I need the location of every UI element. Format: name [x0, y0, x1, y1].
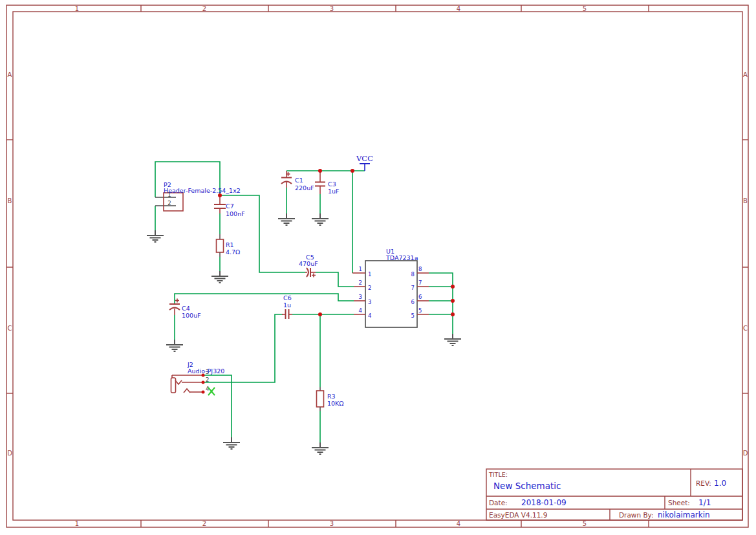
ground-symbol[interactable]: [312, 213, 329, 225]
ruler-row-label: A: [743, 71, 748, 78]
ruler-col-label: 2: [202, 5, 206, 12]
j2-value-label[interactable]: Audio-PJ320: [188, 367, 224, 375]
j2-pin-number: 2: [206, 377, 209, 383]
rev-value[interactable]: 1.0: [714, 479, 726, 488]
ruler-row-label: B: [743, 197, 748, 204]
ruler-row-label: C: [8, 325, 12, 332]
title-value[interactable]: New Schematic: [493, 481, 561, 491]
c4-value-label[interactable]: 100uF: [182, 312, 201, 319]
title-block: TITLE: New Schematic REV: 1.0 Date: 2018…: [486, 469, 742, 520]
c1-ref-label[interactable]: C1: [295, 177, 303, 184]
r3-body[interactable]: [317, 391, 324, 407]
schematic-sheet[interactable]: 1 2 3 4 5 1 2 3 4 5 A B C D A B C D: [0, 0, 756, 535]
u1-pin-number: 7: [418, 279, 422, 286]
component-U1[interactable]: 1 2 3 4 1 2 3 4 8 7 6 5 8 7 6 5 U1 TDA72…: [352, 248, 429, 327]
ruler-row-label: D: [743, 450, 748, 457]
ruler-col-label: 4: [457, 5, 460, 12]
c6-value-label[interactable]: 1u: [283, 301, 291, 309]
component-R1[interactable]: R1 4.7Ω: [217, 234, 241, 257]
c1-value-label[interactable]: 220uF: [295, 184, 314, 191]
ruler-col-label: 5: [583, 520, 587, 527]
no-connect-flag[interactable]: [208, 388, 215, 395]
ruler-col-label: 1: [75, 5, 79, 12]
r1-body[interactable]: [217, 239, 224, 252]
component-R3[interactable]: R3 10KΩ: [317, 387, 344, 411]
ruler-col-label: 5: [583, 5, 587, 12]
j2-pin-dot[interactable]: [202, 381, 205, 384]
date-label: Date:: [489, 499, 508, 507]
u1-pin-name: 6: [411, 299, 415, 305]
c3-value-label[interactable]: 1uF: [328, 188, 340, 195]
c4-ref-label[interactable]: C4: [182, 305, 190, 312]
wire[interactable]: [204, 375, 232, 437]
ground-symbol[interactable]: [147, 230, 164, 242]
u1-pin-number: 8: [418, 266, 422, 272]
u1-pin-number: 2: [359, 279, 362, 286]
ground-symbol[interactable]: [312, 442, 329, 454]
ruler-ticks-bottom: [141, 520, 649, 527]
u1-body[interactable]: [365, 261, 417, 327]
u1-pin-number: 6: [418, 294, 422, 300]
vcc-label[interactable]: VCC: [356, 154, 373, 163]
u1-pin-name: 8: [411, 271, 415, 278]
u1-pin-name: 7: [411, 285, 415, 291]
drawn-by-value[interactable]: nikolaimarkin: [658, 510, 710, 519]
wire[interactable]: [429, 273, 453, 334]
c5-value-label[interactable]: 470uF: [299, 260, 318, 267]
ruler-col-label: 3: [330, 5, 334, 12]
wire[interactable]: [316, 272, 354, 287]
ground-symbol[interactable]: [278, 213, 295, 225]
junction-dot[interactable]: [451, 285, 455, 289]
ground-symbol[interactable]: [211, 271, 228, 283]
ruler-ticks-top: [141, 5, 649, 12]
r1-ref-label[interactable]: R1: [226, 241, 234, 248]
junction-dot[interactable]: [318, 312, 322, 316]
c3-ref-label[interactable]: C3: [328, 180, 336, 188]
u1-pin-number: 1: [359, 266, 362, 272]
ground-symbol[interactable]: [223, 437, 240, 449]
junction-dot[interactable]: [218, 193, 222, 197]
p2-body[interactable]: [164, 193, 183, 211]
component-C3[interactable]: C3 1uF: [315, 171, 340, 195]
schematic-editor-canvas[interactable]: 1 2 3 4 5 1 2 3 4 5 A B C D A B C D: [0, 0, 756, 535]
ruler-col-label: 1: [75, 520, 79, 527]
component-C6[interactable]: C6 1u: [282, 294, 292, 319]
r3-ref-label[interactable]: R3: [327, 393, 336, 400]
r3-value-label[interactable]: 10KΩ: [327, 400, 344, 407]
u1-pin-name: 1: [368, 271, 371, 278]
component-C5[interactable]: C5 470uF: [299, 254, 318, 278]
u1-pin-name: 3: [368, 299, 371, 305]
date-value[interactable]: 2018-01-09: [521, 498, 567, 507]
junction-dot[interactable]: [318, 169, 322, 173]
ruler-col-label: 2: [202, 520, 206, 527]
junction-dot[interactable]: [351, 169, 354, 173]
title-label: TITLE:: [488, 471, 508, 478]
j2-barrel[interactable]: [171, 378, 176, 393]
net-label-vcc[interactable]: VCC: [356, 154, 373, 171]
component-C7[interactable]: C7 100nF: [214, 196, 245, 217]
j2-pin-dot[interactable]: [202, 391, 205, 394]
ground-symbol[interactable]: [444, 334, 461, 345]
ruler-ticks-right: [742, 140, 748, 393]
sheet-value[interactable]: 1/1: [698, 498, 711, 507]
p2-value-label[interactable]: Header-Female-2.54_1x2: [164, 187, 241, 194]
c6-ref-label[interactable]: C6: [283, 294, 292, 301]
u1-pin-name: 2: [368, 285, 371, 291]
sheet-label: Sheet:: [668, 499, 690, 507]
u1-pin-number: 5: [418, 307, 422, 314]
c7-value-label[interactable]: 100nF: [226, 210, 245, 217]
wire[interactable]: [175, 294, 354, 303]
ground-symbol[interactable]: [166, 340, 183, 351]
component-J2[interactable]: 3 2 4 J2 Audio-PJ320: [171, 361, 225, 395]
drawn-by-label: Drawn By:: [619, 511, 654, 519]
u1-value-label[interactable]: TDA7231a: [385, 254, 418, 261]
r1-value-label[interactable]: 4.7Ω: [226, 248, 240, 256]
u1-pin-number: 3: [359, 294, 362, 300]
ruler-col-label: 3: [330, 520, 334, 527]
u1-pin-name: 4: [368, 312, 371, 319]
p2-pin-number: 2: [167, 200, 171, 206]
junction-dot[interactable]: [451, 312, 455, 316]
c7-ref-label[interactable]: C7: [226, 202, 234, 210]
junction-dot[interactable]: [451, 299, 455, 303]
ruler-col-label: 4: [457, 520, 460, 527]
